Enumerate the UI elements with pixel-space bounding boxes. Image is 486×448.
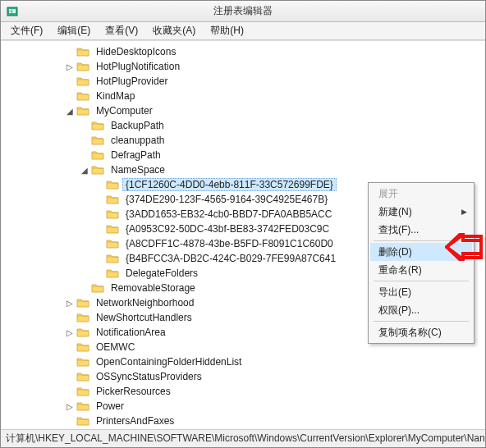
ctx-expand[interactable]: 展开 (370, 185, 472, 203)
menubar: 文件(F) 编辑(E) 查看(V) 收藏夹(A) 帮助(H) (1, 22, 485, 40)
expand-toggle-closed-icon[interactable]: ▷ (65, 402, 75, 411)
tree-node-label: DelegateFolders (122, 267, 201, 280)
tree-node[interactable]: ▷Power (6, 399, 485, 414)
folder-icon (76, 327, 89, 338)
tree-node-label: HotPlugNotification (93, 60, 183, 73)
folder-icon (106, 267, 119, 279)
folder-icon (76, 46, 89, 57)
tree-node[interactable]: HideDesktopIcons (6, 44, 485, 59)
statusbar: 计算机\HKEY_LOCAL_MACHINE\SOFTWARE\Microsof… (1, 429, 485, 447)
folder-icon (76, 356, 89, 368)
tree-node-label: {1CF1260C-4DD0-4ebb-811F-33C572699FDE} (122, 178, 337, 191)
folder-icon (76, 312, 89, 323)
folder-icon (76, 75, 89, 87)
folder-icon (106, 253, 119, 264)
ctx-expand-label: 展开 (378, 187, 398, 201)
tree-node-label: KindMap (93, 89, 138, 103)
tree-node[interactable]: HotPlugProvider (6, 74, 485, 89)
expand-toggle-closed-icon[interactable]: ▷ (65, 62, 75, 71)
ctx-new[interactable]: 新建(N)▶ (370, 203, 472, 221)
svg-rect-2 (9, 11, 11, 13)
folder-icon (91, 164, 104, 176)
folder-icon (76, 400, 89, 412)
ctx-export[interactable]: 导出(E) (370, 283, 472, 301)
tree-node[interactable]: ▷HotPlugNotification (6, 59, 485, 74)
tree-node-label: HotPlugProvider (93, 75, 171, 88)
tree-node-label: {B4BFCC3A-DB2C-424C-B029-7FE99A87C641 (122, 252, 339, 265)
tree-node-label: {3ADD1653-EB32-4cb0-BBD7-DFA0ABB5ACC (122, 208, 335, 221)
ctx-permissions-label: 权限(P)... (378, 304, 420, 318)
ctx-separator (374, 321, 469, 322)
tree-node[interactable]: PrintersAndFaxes (6, 414, 485, 428)
tree-node[interactable]: cleanuppath (6, 133, 485, 148)
folder-icon (76, 371, 89, 382)
tree-node[interactable]: ◢NameSpace (6, 162, 485, 177)
tree-node[interactable]: OpenContainingFolderHiddenList (6, 354, 485, 369)
expand-toggle-open-icon[interactable]: ◢ (65, 107, 75, 116)
ctx-delete-label: 删除(D) (378, 245, 412, 259)
folder-icon (76, 105, 89, 117)
menu-favorites[interactable]: 收藏夹(A) (146, 22, 202, 39)
tree-node-label: HideDesktopIcons (93, 45, 179, 58)
tree-node-label: OEMWC (93, 341, 138, 354)
ctx-new-label: 新建(N) (378, 205, 412, 219)
tree-node-label: OSSyncStatusProviders (93, 370, 205, 383)
menu-edit[interactable]: 编辑(E) (51, 22, 97, 39)
tree-node-label: NameSpace (108, 163, 168, 176)
ctx-rename-label: 重命名(R) (378, 263, 422, 277)
svg-rect-1 (9, 9, 11, 11)
tree-node[interactable]: PickerResources (6, 384, 485, 399)
tree-node-label: MyComputer (93, 104, 156, 117)
expand-toggle-open-icon[interactable]: ◢ (80, 166, 89, 175)
folder-icon (106, 208, 119, 220)
annotation-red-arrow (445, 233, 483, 263)
tree-node-label: {A0953C92-50DC-43bf-BE83-3742FED03C9C (122, 222, 332, 235)
menu-file[interactable]: 文件(F) (4, 22, 49, 39)
folder-icon (106, 223, 119, 235)
tree-node-label: PrintersAndFaxes (93, 414, 177, 427)
tree-node-label: NetworkNeighborhood (93, 296, 197, 309)
folder-icon (106, 238, 119, 249)
tree-node-label: RemovableStorage (108, 281, 199, 295)
folder-icon (76, 61, 89, 72)
tree-node-label: {A8CDFF1C-4878-43be-B5FD-F8091C1C60D0 (122, 237, 337, 250)
tree-node-label: {374DE290-123F-4565-9164-39C4925E467B} (122, 193, 331, 206)
folder-icon (106, 179, 119, 190)
tree-node[interactable]: DefragPath (6, 148, 485, 162)
tree-node[interactable]: KindMap (6, 89, 485, 103)
folder-icon (76, 341, 89, 353)
ctx-permissions[interactable]: 权限(P)... (370, 301, 472, 319)
folder-icon (91, 135, 104, 146)
folder-icon (91, 149, 104, 161)
tree-node[interactable]: OSSyncStatusProviders (6, 369, 485, 384)
ctx-copy-key-name[interactable]: 复制项名称(C) (370, 323, 472, 341)
folder-icon (91, 282, 104, 294)
tree-node-label: PickerResources (93, 385, 174, 398)
ctx-rename[interactable]: 重命名(R) (370, 261, 472, 279)
ctx-copy-key-name-label: 复制项名称(C) (378, 326, 442, 340)
expand-toggle-closed-icon[interactable]: ▷ (65, 299, 75, 308)
ctx-find-label: 查找(F)... (378, 223, 419, 237)
tree-node-label: BackupPath (108, 119, 167, 132)
folder-icon (106, 194, 119, 205)
svg-rect-3 (12, 9, 16, 13)
folder-icon (76, 297, 89, 309)
tree-node-label: OpenContainingFolderHiddenList (93, 355, 245, 368)
tree-node[interactable]: BackupPath (6, 118, 485, 133)
titlebar: 注册表编辑器 (1, 1, 485, 22)
folder-icon (76, 415, 89, 427)
menu-help[interactable]: 帮助(H) (204, 22, 250, 39)
submenu-arrow-icon: ▶ (461, 208, 467, 216)
tree-node-label: DefragPath (108, 149, 164, 162)
menu-view[interactable]: 查看(V) (99, 22, 144, 39)
ctx-separator (374, 281, 469, 281)
statusbar-path: 计算机\HKEY_LOCAL_MACHINE\SOFTWARE\Microsof… (6, 432, 485, 446)
tree-node-label: cleanuppath (108, 134, 167, 147)
tree-node-label: Power (93, 400, 127, 413)
ctx-export-label: 导出(E) (378, 286, 411, 299)
tree-node-label: NewShortcutHandlers (93, 311, 195, 324)
tree-node[interactable]: ◢MyComputer (6, 103, 485, 118)
folder-icon (76, 386, 89, 397)
folder-icon (91, 120, 104, 131)
expand-toggle-closed-icon[interactable]: ▷ (65, 328, 75, 337)
